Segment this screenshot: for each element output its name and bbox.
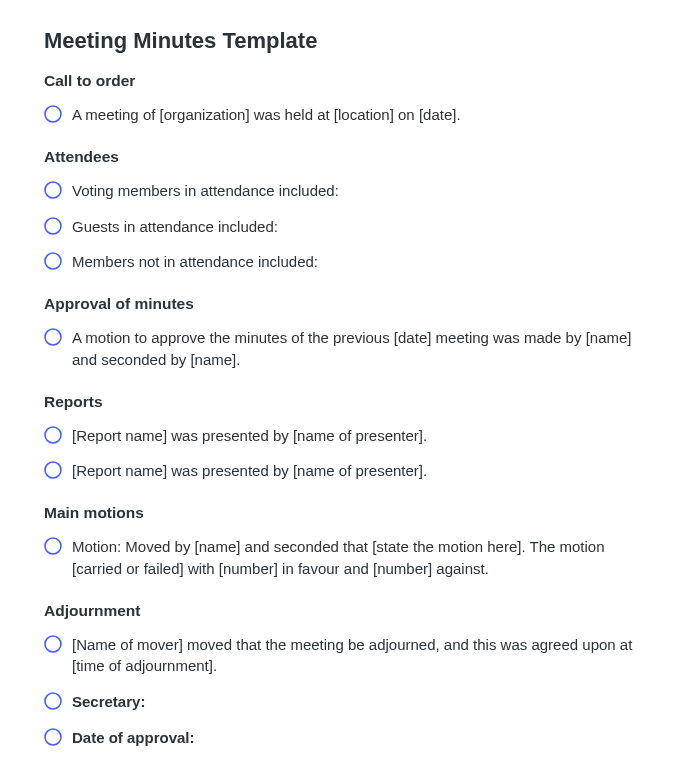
task-row: [Report name] was presented by [name of … [44, 421, 640, 451]
task-row: Motion: Moved by [name] and seconded tha… [44, 532, 640, 584]
circle-icon[interactable] [44, 328, 62, 346]
circle-icon[interactable] [44, 728, 62, 746]
task-row: Date of approval: [44, 723, 640, 753]
task-row: Secretary: [44, 687, 640, 717]
svg-point-10 [45, 729, 61, 745]
circle-icon[interactable] [44, 635, 62, 653]
task-row: Guests in attendance included: [44, 212, 640, 242]
svg-point-4 [45, 329, 61, 345]
page-title: Meeting Minutes Template [44, 28, 640, 54]
circle-icon[interactable] [44, 426, 62, 444]
svg-point-5 [45, 427, 61, 443]
task-text: Motion: Moved by [name] and seconded tha… [72, 536, 640, 580]
task-row: A motion to approve the minutes of the p… [44, 323, 640, 375]
task-row: [Name of mover] moved that the meeting b… [44, 630, 640, 682]
circle-icon[interactable] [44, 692, 62, 710]
circle-icon[interactable] [44, 461, 62, 479]
task-text: A meeting of [organization] was held at … [72, 104, 640, 126]
task-text: Members not in attendance included: [72, 251, 640, 273]
circle-icon[interactable] [44, 537, 62, 555]
section-heading: Attendees [44, 148, 640, 166]
task-text: A motion to approve the minutes of the p… [72, 327, 640, 371]
circle-icon[interactable] [44, 105, 62, 123]
task-row: [Report name] was presented by [name of … [44, 456, 640, 486]
task-text: Voting members in attendance included: [72, 180, 640, 202]
section-heading: Approval of minutes [44, 295, 640, 313]
task-text: [Report name] was presented by [name of … [72, 425, 640, 447]
svg-point-3 [45, 253, 61, 269]
svg-point-9 [45, 693, 61, 709]
circle-icon[interactable] [44, 252, 62, 270]
section-heading: Adjournment [44, 602, 640, 620]
task-text: [Report name] was presented by [name of … [72, 460, 640, 482]
task-row: Members not in attendance included: [44, 247, 640, 277]
circle-icon[interactable] [44, 181, 62, 199]
circle-icon[interactable] [44, 217, 62, 235]
svg-point-2 [45, 218, 61, 234]
svg-point-7 [45, 538, 61, 554]
task-text: Date of approval: [72, 727, 640, 749]
svg-point-1 [45, 182, 61, 198]
svg-point-8 [45, 636, 61, 652]
section-heading: Call to order [44, 72, 640, 90]
task-text: Guests in attendance included: [72, 216, 640, 238]
svg-point-0 [45, 106, 61, 122]
section-heading: Main motions [44, 504, 640, 522]
task-row: Voting members in attendance included: [44, 176, 640, 206]
section-heading: Reports [44, 393, 640, 411]
task-text: [Name of mover] moved that the meeting b… [72, 634, 640, 678]
document-page: Meeting Minutes Template Call to order A… [0, 0, 684, 767]
svg-point-6 [45, 462, 61, 478]
task-text: Secretary: [72, 691, 640, 713]
task-row: A meeting of [organization] was held at … [44, 100, 640, 130]
